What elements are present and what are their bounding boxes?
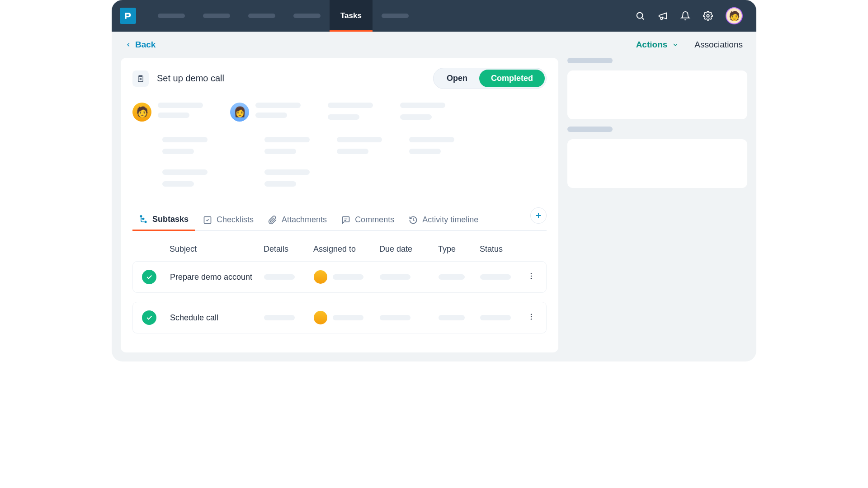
side-card [567,70,747,119]
field-placeholder [264,137,310,142]
field-placeholder [400,103,445,108]
attachment-icon [268,216,277,225]
field-placeholder [409,149,441,154]
svg-point-10 [531,314,532,315]
table-row[interactable]: Schedule call [132,302,547,333]
field-placeholder [158,113,189,118]
svg-point-8 [531,276,532,277]
tab-checklists[interactable]: Checklists [197,210,260,230]
nav-item-placeholder[interactable] [203,14,230,18]
gear-icon[interactable] [703,11,713,21]
cell-placeholder [264,274,295,280]
cell-placeholder [380,274,410,280]
subtask-table: Subject Details Assigned to Due date Typ… [132,240,547,333]
column-subject: Subject [170,244,264,254]
assignee-avatar[interactable]: 👩 [230,103,249,122]
row-subject: Schedule call [170,313,264,323]
cell-placeholder [333,274,363,280]
checklist-icon [203,216,212,225]
tab-label: Comments [355,215,394,225]
associations-link[interactable]: Associations [694,40,743,50]
side-section-label [567,127,613,132]
table-header: Subject Details Assigned to Due date Typ… [132,240,547,261]
field-placeholder [255,103,301,108]
task-detail-card: Set up demo call Open Completed 🧑 [121,58,558,352]
column-due: Due date [379,244,438,254]
assignee-avatar[interactable] [314,270,327,284]
nav-tab-label: Tasks [340,11,362,20]
nav-item-placeholder[interactable] [248,14,275,18]
tab-comments[interactable]: Comments [335,210,401,230]
field-placeholder [264,149,296,154]
tab-label: Checklists [217,215,254,225]
sub-header: Back Actions Associations [112,32,756,58]
more-options-button[interactable] [525,311,537,324]
nav-tab-tasks[interactable]: Tasks [330,0,373,32]
nav-item-placeholder[interactable] [293,14,321,18]
table-row[interactable]: Prepare demo account [132,261,547,293]
column-type: Type [438,244,480,254]
nav-item-placeholder[interactable] [158,14,185,18]
field-placeholder [264,169,310,175]
svg-point-4 [145,221,146,222]
cell-placeholder [264,315,295,320]
task-title: Set up demo call [157,73,224,84]
history-icon [409,216,418,225]
field-placeholder [400,114,432,120]
field-placeholder [158,103,203,108]
user-avatar[interactable]: 🧑 [726,7,743,24]
search-icon[interactable] [635,11,645,21]
column-status: Status [480,244,520,254]
field-placeholder [328,103,373,108]
announcement-icon[interactable] [658,11,668,21]
section-tabs: Subtasks Checklists Attachments Comments… [132,209,547,231]
subtask-icon [139,215,148,224]
more-vertical-icon [527,272,535,280]
cell-placeholder [480,315,511,320]
row-subject: Prepare demo account [170,272,264,282]
side-panel [567,58,747,352]
top-navigation: Tasks 🧑 [112,0,756,32]
field-placeholder [337,137,382,142]
back-button[interactable]: Back [125,40,156,50]
more-options-button[interactable] [525,270,537,284]
svg-point-9 [531,278,532,279]
column-assigned: Assigned to [313,244,379,254]
status-open-button[interactable]: Open [435,70,479,87]
back-label: Back [135,40,156,50]
svg-point-3 [140,215,142,216]
tab-label: Subtasks [152,215,189,224]
actions-dropdown[interactable]: Actions [636,40,679,50]
field-placeholder [162,149,194,154]
field-placeholder [162,169,208,175]
svg-point-11 [531,316,532,317]
comment-icon [341,216,350,225]
nav-item-placeholder[interactable] [382,14,409,18]
assignee-avatar[interactable]: 🧑 [132,103,151,122]
status-label: Open [447,74,467,83]
tab-activity[interactable]: Activity timeline [402,210,485,230]
tab-label: Attachments [282,215,327,225]
check-icon[interactable] [142,270,156,284]
app-logo[interactable] [120,8,136,24]
status-label: Completed [491,74,533,83]
assignee-avatar[interactable] [314,311,327,324]
bell-icon[interactable] [680,11,690,21]
check-icon[interactable] [142,310,156,325]
tab-subtasks[interactable]: Subtasks [132,209,195,231]
svg-point-0 [637,13,643,19]
tab-attachments[interactable]: Attachments [262,210,333,230]
cell-placeholder [439,274,465,280]
cell-placeholder [439,315,465,320]
cell-placeholder [333,315,363,320]
svg-point-1 [707,14,709,17]
field-placeholder [337,149,368,154]
side-card [567,139,747,188]
status-toggle: Open Completed [433,68,547,89]
svg-point-7 [531,273,532,274]
field-placeholder [255,113,287,118]
plus-icon [534,211,542,220]
add-button[interactable] [530,207,547,224]
associations-label: Associations [694,40,743,49]
status-completed-button[interactable]: Completed [479,70,545,87]
